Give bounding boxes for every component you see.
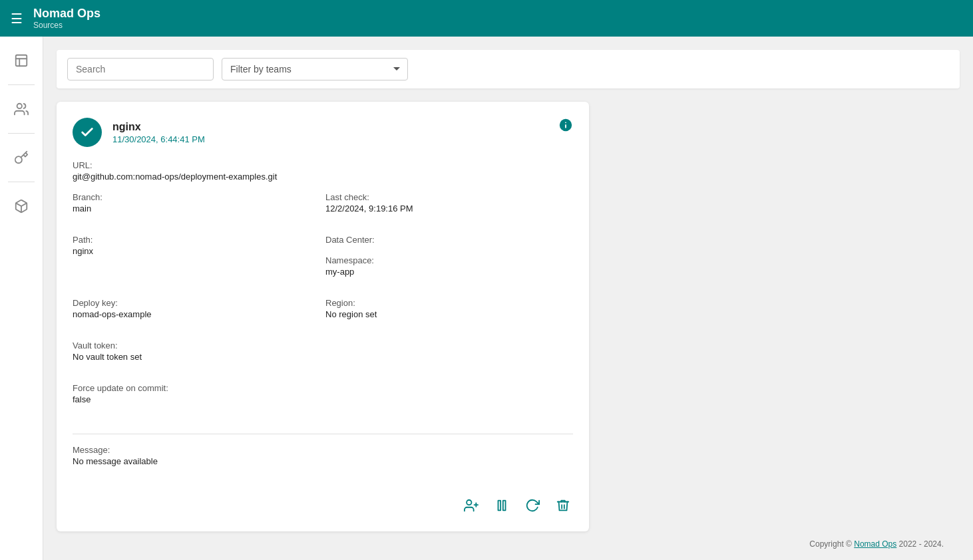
sidebar-item-keys[interactable]	[5, 142, 37, 174]
sidebar-item-packages[interactable]	[5, 190, 37, 222]
region-value: No region set	[325, 309, 573, 319]
col-left-1: Branch: main	[73, 192, 325, 224]
svg-rect-12	[503, 501, 506, 511]
message-value: No message available	[73, 456, 573, 466]
col-right-5	[325, 383, 573, 415]
deploy-key-group: Deploy key: nomad-ops-example	[73, 298, 325, 319]
sidebar-divider-3	[8, 182, 35, 182]
col-left-4: Vault token: No vault token set	[73, 341, 325, 372]
delete-button[interactable]	[553, 495, 573, 515]
main-layout: Filter by teams nginx 11/30/2024, 6:44:4…	[0, 37, 973, 560]
status-icon	[73, 118, 102, 147]
card-name: nginx	[112, 121, 205, 133]
col-right-3: Region: No region set	[325, 298, 573, 330]
namespace-value: my-app	[325, 267, 573, 277]
svg-rect-11	[498, 501, 501, 511]
card-timestamp: 11/30/2024, 6:44:41 PM	[112, 134, 205, 144]
menu-icon[interactable]: ☰	[11, 12, 23, 25]
toolbar: Filter by teams	[57, 50, 960, 88]
last-check-label: Last check:	[325, 192, 573, 202]
force-update-label: Force update on commit:	[73, 383, 325, 393]
svg-point-3	[17, 104, 22, 108]
url-value: git@github.com:nomad-ops/deployment-exam…	[73, 172, 573, 182]
deploy-key-label: Deploy key:	[73, 298, 325, 308]
topbar: ☰ Nomad Ops Sources	[0, 0, 973, 37]
content-area: Filter by teams nginx 11/30/2024, 6:44:4…	[43, 37, 973, 560]
region-group: Region: No region set	[325, 298, 573, 319]
sidebar-item-sources[interactable]	[5, 45, 37, 76]
app-subtitle: Sources	[33, 21, 100, 30]
footer-year: 2022 - 2024.	[896, 539, 944, 549]
add-team-button[interactable]	[461, 495, 481, 515]
app-title: Nomad Ops	[33, 7, 100, 21]
col-right-2: Data Center: Namespace: my-app	[325, 235, 573, 287]
source-card: nginx 11/30/2024, 6:44:41 PM URL:	[57, 102, 589, 531]
card-divider	[73, 434, 573, 434]
col-right-4	[325, 341, 573, 372]
force-update-group: Force update on commit: false	[73, 383, 325, 404]
col-left-5: Force update on commit: false	[73, 383, 325, 415]
card-body: URL: git@github.com:nomad-ops/deployment…	[73, 160, 573, 515]
fields-row-5: Force update on commit: false	[73, 383, 573, 415]
app-title-block: Nomad Ops Sources	[33, 7, 100, 31]
region-label: Region:	[325, 298, 573, 308]
vault-token-group: Vault token: No vault token set	[73, 341, 325, 362]
col-left-3: Deploy key: nomad-ops-example	[73, 298, 325, 330]
path-label: Path:	[73, 235, 325, 245]
path-value: nginx	[73, 246, 325, 256]
last-check-group: Last check: 12/2/2024, 9:19:16 PM	[325, 192, 573, 213]
branch-group: Branch: main	[73, 192, 325, 213]
col-right-1: Last check: 12/2/2024, 9:19:16 PM	[325, 192, 573, 224]
info-icon[interactable]	[558, 118, 573, 136]
branch-label: Branch:	[73, 192, 325, 202]
message-label: Message:	[73, 445, 573, 455]
svg-rect-0	[16, 55, 27, 67]
vault-token-value: No vault token set	[73, 352, 325, 362]
card-header-left: nginx 11/30/2024, 6:44:41 PM	[73, 118, 205, 147]
vault-token-label: Vault token:	[73, 341, 325, 350]
last-check-value: 12/2/2024, 9:19:16 PM	[325, 204, 573, 213]
filter-teams-select[interactable]: Filter by teams	[222, 58, 408, 80]
card-header: nginx 11/30/2024, 6:44:41 PM	[73, 118, 573, 147]
fields-row-3: Deploy key: nomad-ops-example Region: No…	[73, 298, 573, 330]
page-footer: Copyright © Nomad Ops 2022 - 2024.	[57, 531, 960, 557]
sidebar-divider-2	[8, 133, 35, 134]
footer-text: Copyright ©	[809, 539, 854, 549]
data-center-label: Data Center:	[325, 235, 573, 245]
refresh-button[interactable]	[522, 495, 542, 515]
url-label: URL:	[73, 160, 573, 170]
url-section: URL: git@github.com:nomad-ops/deployment…	[73, 160, 573, 182]
path-group: Path: nginx	[73, 235, 325, 256]
sidebar-divider-1	[8, 84, 35, 85]
fields-row-2: Path: nginx Data Center: Namespace: my-a…	[73, 235, 573, 287]
search-input[interactable]	[67, 58, 214, 80]
col-left-2: Path: nginx	[73, 235, 325, 287]
force-update-value: false	[73, 394, 325, 404]
card-footer	[73, 490, 573, 515]
namespace-group: Namespace: my-app	[325, 255, 573, 277]
fields-row-1: Branch: main Last check: 12/2/2024, 9:19…	[73, 192, 573, 224]
namespace-label: Namespace:	[325, 255, 573, 265]
sidebar-item-teams[interactable]	[5, 93, 37, 125]
data-center-group: Data Center:	[325, 235, 573, 245]
branch-value: main	[73, 204, 325, 213]
sidebar	[0, 37, 43, 560]
svg-point-8	[467, 500, 471, 505]
card-title-block: nginx 11/30/2024, 6:44:41 PM	[112, 121, 205, 144]
pause-button[interactable]	[492, 495, 512, 515]
message-section: Message: No message available	[73, 445, 573, 466]
fields-row-4: Vault token: No vault token set	[73, 341, 573, 372]
footer-link[interactable]: Nomad Ops	[854, 539, 896, 549]
deploy-key-value: nomad-ops-example	[73, 309, 325, 319]
